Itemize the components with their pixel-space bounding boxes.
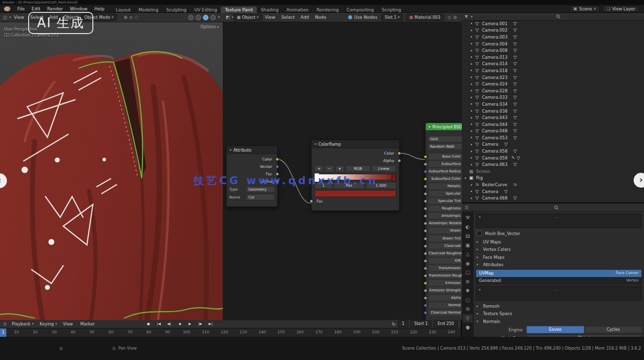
workspace-tab[interactable]: Sculpting	[162, 6, 191, 13]
input-socket[interactable]	[424, 281, 427, 285]
color-mode-dropdown[interactable]: RGB	[346, 165, 370, 172]
playback-button[interactable]: ●	[144, 321, 153, 327]
blender-logo-icon[interactable]	[4, 6, 11, 11]
input-socket[interactable]	[424, 192, 427, 196]
playback-button[interactable]: ◀|	[164, 321, 174, 327]
filter-icon[interactable]: ▼	[465, 14, 468, 19]
properties-tab-icon[interactable]: ○	[463, 296, 473, 304]
current-frame-field[interactable]: 1	[398, 320, 408, 327]
outliner-item[interactable]: ⊃ BezierCurve ⊃	[462, 181, 644, 188]
shader-type-dropdown[interactable]: Object ▾	[234, 14, 262, 21]
ramp-options-button[interactable]: ▾	[335, 165, 344, 172]
shader-menu-item[interactable]: Select	[278, 15, 297, 20]
editor-type-icon[interactable]: ◫	[3, 15, 7, 20]
outliner-item[interactable]: ▽ Camera.013 ▽	[462, 54, 644, 61]
properties-tab-icon[interactable]: ▽	[463, 314, 473, 322]
transform-orientation-icon[interactable]: ⊕	[124, 15, 128, 20]
outliner-item[interactable]: ▽ Camera.003 ▽	[462, 34, 644, 40]
topbar-menu-item[interactable]: Render	[44, 6, 67, 11]
scene-selector[interactable]: ▣ Scene ▾	[569, 5, 600, 12]
unlink-icon[interactable]: ⊘	[453, 15, 457, 20]
ramp-stop-red[interactable]	[392, 173, 396, 182]
topbar-menu-item[interactable]: File	[14, 6, 28, 11]
outliner-item[interactable]: ▽ Camera.034 ▽	[462, 101, 644, 108]
input-socket[interactable]	[310, 200, 313, 203]
timeline-menu-item[interactable]: Marker	[78, 321, 99, 326]
solid-shading-icon[interactable]	[196, 15, 201, 20]
collapse-caret-icon[interactable]: ▾	[230, 148, 232, 152]
workspace-tab[interactable]: Layout	[112, 6, 135, 13]
shader-menu-item[interactable]: Add	[298, 15, 312, 20]
panel-section-header[interactable]: ▸ Remesh	[476, 302, 642, 310]
topbar-menu-item[interactable]: Help	[91, 6, 108, 11]
timeline-menu-item[interactable]: View	[60, 321, 77, 326]
properties-tab-icon[interactable]: ▣	[463, 241, 473, 249]
workspace-tab[interactable]: Rendering	[313, 6, 343, 13]
output-socket[interactable]	[398, 159, 401, 162]
input-socket[interactable]	[424, 304, 427, 307]
fake-user-shield-icon[interactable]: ◇	[448, 15, 451, 20]
input-socket[interactable]	[424, 222, 427, 225]
properties-tab-icon[interactable]: ●	[463, 323, 473, 331]
principled-bsdf-node[interactable]: ▾ Principled BSDF GGX Random Walk Base C…	[425, 122, 463, 320]
snap-magnet-icon[interactable]: ∩	[129, 15, 133, 20]
outliner[interactable]: ▼ ▾ ▽ Camera.001 ▽ ▽ Camera.002	[462, 13, 644, 202]
panel-section-header[interactable]: ▾ Normals	[476, 318, 642, 325]
outliner-item[interactable]: ▣ Rig	[462, 175, 644, 182]
workspace-tab[interactable]: Animation	[282, 6, 313, 13]
input-socket[interactable]	[424, 200, 427, 203]
collapse-caret-icon[interactable]: ▾	[315, 142, 317, 146]
viewport-options-dropdown[interactable]: Options ▾	[201, 25, 219, 29]
outliner-item[interactable]: ▽ Camera.028 ▽	[462, 87, 644, 94]
distribution-dropdown[interactable]: GGX	[428, 136, 463, 142]
shader-editor[interactable]: ◩ ▾ Object ▾ ViewSelectAddNode Use Nodes…	[223, 13, 463, 320]
proportional-edit-icon[interactable]: ◌	[135, 15, 139, 20]
outliner-item[interactable]: ▽ Camera.063 ▽	[462, 161, 644, 168]
loop-icon[interactable]: ↻	[392, 321, 396, 327]
outliner-item[interactable]: ▽ Camera.044 ▽	[462, 121, 644, 128]
panel-section-header[interactable]: ▸ Texture Space	[476, 310, 642, 318]
input-socket[interactable]	[424, 267, 427, 270]
frame-start-field[interactable]: Start 1	[410, 320, 432, 327]
outliner-item[interactable]: ▽ Camera.002 ▽	[462, 27, 644, 34]
properties-tab-icon[interactable]: ◉	[463, 259, 473, 268]
input-socket[interactable]	[424, 237, 427, 240]
workspace-tab[interactable]: Shading	[257, 6, 282, 13]
delete-stop-button[interactable]: −	[325, 165, 334, 172]
playback-button[interactable]: ▶	[185, 321, 195, 327]
outliner-item[interactable]: ▽ Camera.043 ▽	[462, 114, 644, 121]
outliner-item[interactable]: ▽ Camera.053 ▽	[462, 134, 644, 141]
outliner-item[interactable]: ▽ Camera.023 ▽	[462, 74, 644, 81]
add-stop-button[interactable]: +	[315, 165, 323, 172]
attribute-row[interactable]: UVMap Face Corner	[476, 270, 642, 277]
outliner-item[interactable]: ▽ Camera ▽	[462, 188, 644, 195]
properties-tab-icon[interactable]: △	[463, 250, 473, 258]
node-field-value[interactable]: Col	[246, 194, 275, 200]
viewport-menu-item[interactable]: View	[11, 15, 27, 20]
outliner-item[interactable]: ▦ Screen	[462, 168, 644, 175]
panel-section-header[interactable]: ▸ UV Maps	[476, 238, 642, 246]
input-socket[interactable]	[424, 207, 427, 210]
panel-section-header[interactable]: ▸ Vertex Colors	[476, 246, 642, 254]
outliner-item[interactable]: ▽ Camera.001 ▽	[462, 20, 644, 27]
output-socket[interactable]	[276, 158, 279, 161]
workspace-tab[interactable]: Scripting	[378, 6, 405, 13]
input-socket[interactable]	[424, 289, 427, 292]
properties-tab-icon[interactable]: ⚙	[463, 278, 473, 286]
outliner-item[interactable]: ▽ Camera.059 ✎ ▽	[462, 155, 644, 161]
editor-type-icon[interactable]: ◩	[226, 15, 230, 20]
input-socket[interactable]	[424, 274, 427, 278]
collapse-caret-icon[interactable]: ▾	[429, 125, 431, 129]
workspace-tab[interactable]: Texture Paint	[221, 6, 257, 13]
input-socket[interactable]	[424, 170, 427, 173]
input-socket[interactable]	[424, 214, 427, 218]
outliner-item[interactable]: ▽ Camera.038 ▽	[462, 108, 644, 115]
outliner-item[interactable]: ▽ Camera.014 ▽	[462, 61, 644, 68]
input-socket[interactable]	[424, 162, 427, 166]
topbar-menu-item[interactable]: Edit	[28, 6, 43, 11]
timeline[interactable]: ◷ Playback ▾ Keying ▾ View Marker ●|◀	[0, 320, 462, 337]
timeline-menu-item[interactable]: Playback ▾	[9, 321, 37, 326]
input-socket[interactable]	[424, 155, 427, 159]
outliner-item[interactable]: ▽ Camera.018 ▽	[462, 67, 644, 74]
outliner-item[interactable]: ▽ Camera.004 ▽	[462, 40, 644, 47]
